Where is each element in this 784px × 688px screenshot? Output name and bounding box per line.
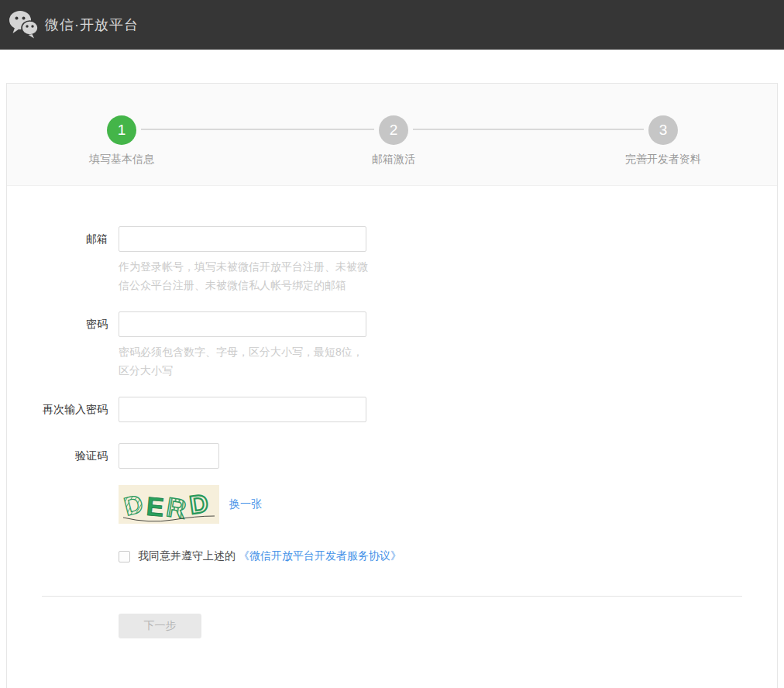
captcha-image: D E R D bbox=[119, 485, 219, 524]
email-input[interactable] bbox=[119, 226, 366, 252]
registration-form: 邮箱 作为登录帐号，填写未被微信开放平台注册、未被微信公众平台注册、未被微信私人… bbox=[7, 186, 777, 638]
captcha-image-row: D E R D 换一张 bbox=[119, 485, 777, 524]
password-row: 密码 bbox=[7, 311, 777, 337]
password-helper-text: 密码必须包含数字、字母，区分大小写，最短8位，区分大小写 bbox=[119, 342, 370, 380]
agreement-row: 我同意并遵守上述的 《微信开放平台开发者服务协议》 bbox=[119, 549, 777, 563]
stepper-connector-2 bbox=[413, 129, 644, 130]
agreement-link[interactable]: 《微信开放平台开发者服务协议》 bbox=[239, 549, 401, 563]
captcha-input[interactable] bbox=[119, 443, 219, 469]
svg-text:D: D bbox=[187, 488, 210, 519]
progress-stepper: 1 2 3 填写基本信息 邮箱激活 完善开发者资料 bbox=[7, 84, 777, 186]
top-header-bar: 微信·开放平台 bbox=[0, 0, 784, 50]
email-row: 邮箱 bbox=[7, 226, 777, 252]
svg-text:E: E bbox=[145, 491, 165, 522]
confirm-password-input[interactable] bbox=[119, 397, 366, 422]
step-2-label: 邮箱激活 bbox=[372, 153, 415, 167]
step-3-circle: 3 bbox=[648, 115, 678, 145]
email-label: 邮箱 bbox=[7, 226, 108, 252]
wechat-logo-icon bbox=[8, 9, 39, 40]
agreement-text: 我同意并遵守上述的 bbox=[138, 549, 236, 563]
registration-panel: 1 2 3 填写基本信息 邮箱激活 完善开发者资料 邮箱 作为登录帐号，填写未被… bbox=[6, 83, 778, 688]
step-2-circle: 2 bbox=[379, 115, 408, 145]
step-1-circle: 1 bbox=[107, 115, 136, 145]
confirm-password-label: 再次输入密码 bbox=[7, 397, 108, 422]
step-3-label: 完善开发者资料 bbox=[625, 153, 701, 167]
captcha-label: 验证码 bbox=[7, 443, 108, 469]
email-helper-text: 作为登录帐号，填写未被微信开放平台注册、未被微信公众平台注册、未被微信私人帐号绑… bbox=[119, 257, 370, 294]
confirm-password-row: 再次输入密码 bbox=[7, 397, 777, 422]
captcha-refresh-link[interactable]: 换一张 bbox=[229, 497, 262, 511]
app-title: 微信·开放平台 bbox=[45, 15, 139, 34]
stepper-connector-1 bbox=[141, 129, 374, 130]
password-input[interactable] bbox=[119, 311, 366, 337]
step-1-label: 填写基本信息 bbox=[89, 153, 154, 167]
captcha-row: 验证码 bbox=[7, 443, 777, 469]
password-label: 密码 bbox=[7, 311, 108, 337]
next-step-button[interactable]: 下一步 bbox=[119, 614, 201, 638]
form-divider bbox=[42, 596, 742, 597]
agreement-checkbox[interactable] bbox=[119, 551, 130, 562]
